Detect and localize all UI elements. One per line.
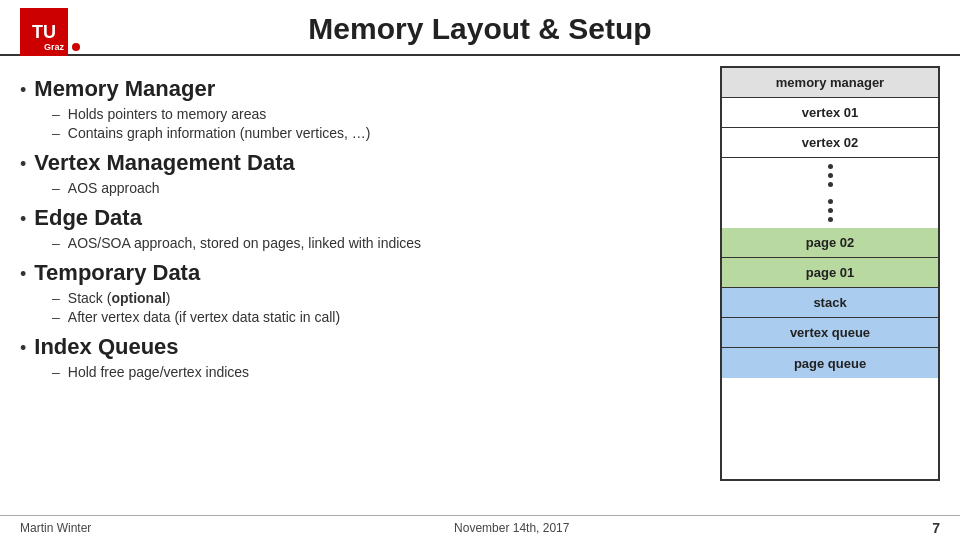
diag-label-p2: page 02	[806, 235, 854, 250]
diag-label-mm: memory manager	[776, 75, 884, 90]
bullet-main-text-3: Edge Data	[34, 205, 142, 231]
bullet-temp-data: • Temporary Data	[20, 260, 700, 286]
bullet-sub-text-ed-1: AOS/SOA approach, stored on pages, linke…	[68, 235, 421, 251]
bullet-main-text-1: Memory Manager	[34, 76, 215, 102]
diag-vertex01: vertex 01	[722, 98, 938, 128]
dash-1: –	[52, 106, 60, 122]
diag-dots-2	[722, 193, 938, 228]
bullet-dot-1: •	[20, 80, 26, 101]
bullet-main-text-5: Index Queues	[34, 334, 178, 360]
footer-page: 7	[932, 520, 940, 536]
diag-page02: page 02	[722, 228, 938, 258]
main-content: • Memory Manager – Holds pointers to mem…	[0, 56, 960, 486]
diag-label-pq: page queue	[794, 356, 866, 371]
bullet-dot-2: •	[20, 154, 26, 175]
diag-label-v1: vertex 01	[802, 105, 858, 120]
page-header: TU Graz Memory Layout & Setup	[0, 0, 960, 56]
dot3	[828, 182, 833, 187]
bullet-sub-text-mm-1: Holds pointers to memory areas	[68, 106, 266, 122]
diag-page-queue: page queue	[722, 348, 938, 378]
dash-7: –	[52, 364, 60, 380]
dot6	[828, 217, 833, 222]
dot2	[828, 173, 833, 178]
bullet-sub-mm-1: – Holds pointers to memory areas	[52, 106, 700, 122]
dot1	[828, 164, 833, 169]
dot4	[828, 199, 833, 204]
diag-vertex-queue: vertex queue	[722, 318, 938, 348]
diag-label-vq: vertex queue	[790, 325, 870, 340]
diag-label-stack: stack	[813, 295, 846, 310]
dash-4: –	[52, 235, 60, 251]
bullet-main-text-2: Vertex Management Data	[34, 150, 294, 176]
bullet-sub-mm-2: – Contains graph information (number ver…	[52, 125, 700, 141]
graz-text: Graz	[44, 42, 64, 52]
diag-dots-1	[722, 158, 938, 193]
bullet-sub-text-td-2: After vertex data (if vertex data static…	[68, 309, 340, 325]
dash-2: –	[52, 125, 60, 141]
diag-label-p1: page 01	[806, 265, 854, 280]
dash-3: –	[52, 180, 60, 196]
bullet-sub-iq-1: – Hold free page/vertex indices	[52, 364, 700, 380]
memory-diagram: memory manager vertex 01 vertex 02 page …	[720, 66, 940, 481]
bullet-dot-3: •	[20, 209, 26, 230]
bullets-column: • Memory Manager – Holds pointers to mem…	[20, 66, 700, 481]
bullet-dot-4: •	[20, 264, 26, 285]
diag-label-v2: vertex 02	[802, 135, 858, 150]
bullet-sub-text-vm-1: AOS approach	[68, 180, 160, 196]
bullet-sub-ed-1: – AOS/SOA approach, stored on pages, lin…	[52, 235, 700, 251]
diag-memory-manager: memory manager	[722, 68, 938, 98]
tu-logo: TU Graz	[20, 8, 68, 56]
diag-page01: page 01	[722, 258, 938, 288]
logo-dot	[72, 43, 80, 51]
footer-date: November 14th, 2017	[454, 521, 569, 535]
dot5	[828, 208, 833, 213]
bullet-edge-data: • Edge Data	[20, 205, 700, 231]
footer: Martin Winter November 14th, 2017 7	[0, 515, 960, 540]
dash-5: –	[52, 290, 60, 306]
bullet-sub-text-td-1: Stack (optional)	[68, 290, 171, 306]
bullet-memory-manager: • Memory Manager	[20, 76, 700, 102]
footer-author: Martin Winter	[20, 521, 91, 535]
bullet-sub-text-iq-1: Hold free page/vertex indices	[68, 364, 249, 380]
logo-area: TU Graz	[20, 8, 80, 56]
bullet-sub-text-mm-2: Contains graph information (number verti…	[68, 125, 371, 141]
dash-6: –	[52, 309, 60, 325]
bullet-index-queues: • Index Queues	[20, 334, 700, 360]
bullet-sub-td-2: – After vertex data (if vertex data stat…	[52, 309, 700, 325]
page-title: Memory Layout & Setup	[308, 12, 651, 46]
bullet-main-text-4: Temporary Data	[34, 260, 200, 286]
bullet-dot-5: •	[20, 338, 26, 359]
diag-stack: stack	[722, 288, 938, 318]
diag-vertex02: vertex 02	[722, 128, 938, 158]
bullet-vertex-mgmt: • Vertex Management Data	[20, 150, 700, 176]
tu-text: TU	[32, 23, 56, 41]
bullet-sub-vm-1: – AOS approach	[52, 180, 700, 196]
bullet-sub-td-1: – Stack (optional)	[52, 290, 700, 306]
